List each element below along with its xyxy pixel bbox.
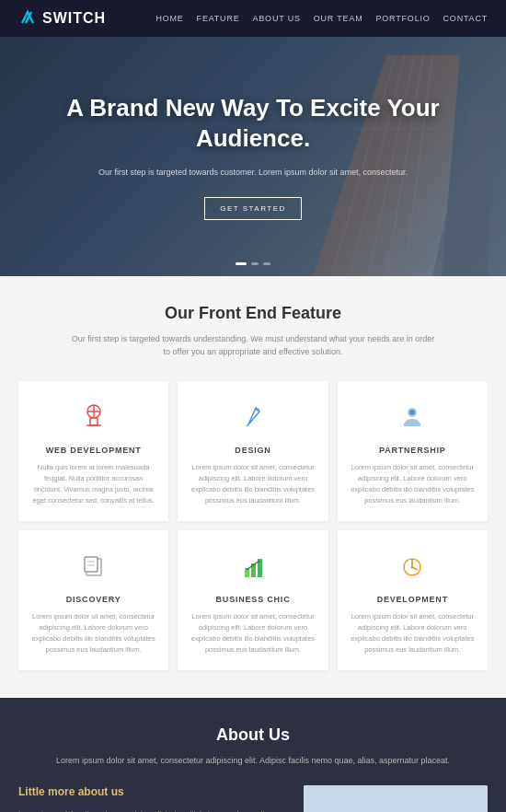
svg-line-19 (247, 424, 248, 426)
dot-3[interactable] (263, 262, 270, 265)
svg-point-36 (411, 565, 414, 568)
design-icon (235, 400, 271, 436)
feature-business-title: BUSINESS CHIC (190, 595, 315, 604)
hero-section: A Brand New Way To Excite Your Audience.… (0, 37, 506, 276)
feature-design-desc: Lorem ipsum dolor sit amet, consectetur … (190, 462, 315, 506)
svg-rect-16 (90, 418, 98, 425)
feature-discovery-desc: Lorem ipsum dolor sit amet, consectetur … (31, 611, 155, 655)
feature-development-title: DEVELOPMENT (351, 595, 475, 604)
about-card-desc: Lorem ipsum dolor sit amet, consectetur … (18, 807, 289, 812)
nav-feature[interactable]: FEATURE (197, 14, 240, 23)
feature-web-desc: Nulla quis lorem at lorem malesuada feug… (31, 462, 155, 506)
about-title: About Us (18, 725, 488, 745)
nav-home[interactable]: HOME (155, 14, 183, 23)
navbar: SWITCH HOME FEATURE ABOUT US OUR TEAM PO… (0, 0, 506, 37)
features-grid: WEB DEVELOPMENT Nulla quis lorem at lore… (18, 381, 488, 670)
nav-contact[interactable]: CONTACT (443, 14, 488, 23)
dot-2[interactable] (251, 262, 259, 265)
about-header: About Us Lorem ipsum dolor sit amet, con… (18, 725, 488, 767)
about-body: Little more about us Lorem ipsum dolor s… (18, 785, 488, 812)
svg-point-22 (409, 410, 415, 415)
dot-1[interactable] (236, 262, 247, 265)
discovery-icon (75, 549, 112, 586)
hero-content: A Brand New Way To Excite Your Audience.… (0, 93, 506, 221)
hero-cta-button[interactable]: GET STARTED (204, 197, 302, 220)
about-section: About Us Lorem ipsum dolor sit amet, con… (0, 698, 506, 812)
feature-partnership-desc: Lorem ipsum dolor sit amet, consectetur … (351, 462, 475, 506)
features-subtitle: Our first step is targeted towards under… (69, 332, 437, 359)
brand-name: SWITCH (42, 10, 106, 27)
about-card-title: Little more about us (18, 785, 289, 798)
hero-subtitle: Our first step is targeted towards custo… (37, 166, 469, 179)
feature-card-development: DEVELOPMENT Lorem ipsum dolor sit amet, … (338, 530, 488, 670)
nav-team[interactable]: OUR TEAM (314, 14, 363, 23)
feature-card-discovery: DISCOVERY Lorem ipsum dolor sit amet, co… (18, 530, 168, 670)
feature-development-desc: Lorem ipsum dolor sit amet, consectetur … (351, 611, 475, 655)
about-image (304, 785, 488, 812)
logo[interactable]: SWITCH (18, 8, 106, 29)
feature-card-partnership: PARTNERSHIP Lorem ipsum dolor sit amet, … (338, 381, 488, 521)
about-text-column: Little more about us Lorem ipsum dolor s… (18, 785, 289, 812)
development-icon (394, 549, 431, 586)
feature-partnership-title: PARTNERSHIP (351, 446, 475, 455)
nav-links: HOME FEATURE ABOUT US OUR TEAM PORTFOLIO… (155, 14, 488, 23)
feature-card-web: WEB DEVELOPMENT Nulla quis lorem at lore… (18, 381, 168, 521)
feature-discovery-title: DISCOVERY (31, 595, 155, 604)
partnership-icon (394, 400, 431, 436)
feature-web-title: WEB DEVELOPMENT (31, 446, 155, 455)
features-title: Our Front End Feature (18, 304, 488, 323)
svg-rect-37 (304, 785, 488, 812)
hero-carousel-dots (236, 262, 270, 265)
svg-rect-27 (85, 557, 98, 572)
about-subtitle: Lorem ipsum dolor sit amet, consectetur … (18, 754, 488, 767)
nav-portfolio[interactable]: PORTFOLIO (376, 14, 431, 23)
feature-card-business: BUSINESS CHIC Lorem ipsum dolor sit amet… (178, 530, 328, 670)
svg-point-20 (256, 408, 259, 412)
feature-business-desc: Lorem ipsum dolor sit amet, consectetur … (190, 611, 315, 655)
feature-design-title: DESIGN (190, 446, 315, 455)
nav-about[interactable]: ABOUT US (253, 14, 301, 23)
hero-title: A Brand New Way To Excite Your Audience. (37, 93, 469, 156)
feature-card-design: DESIGN Lorem ipsum dolor sit amet, conse… (178, 381, 328, 521)
features-section: Our Front End Feature Our first step is … (0, 276, 506, 698)
business-icon (235, 549, 271, 586)
web-development-icon (75, 400, 112, 436)
